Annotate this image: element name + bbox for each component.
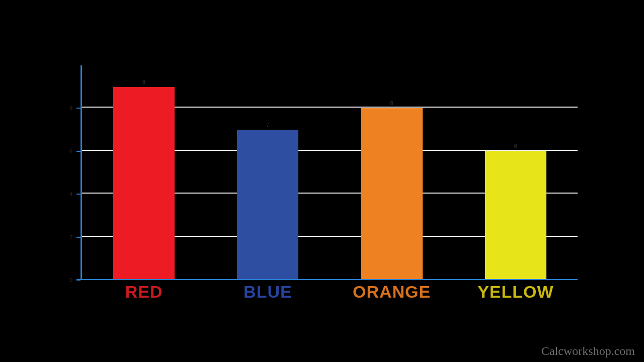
category-label: ORANGE [353,282,431,302]
y-tick-label: 2 [69,234,72,240]
bar-data-label: 6 [514,143,517,149]
y-tick-label: 6 [69,148,72,154]
bar-data-label: 7 [266,122,269,128]
bar-data-label: 9 [142,79,145,85]
y-tick-label: 0 [69,277,72,283]
y-tick-label: 4 [69,191,72,197]
y-tick-label: 8 [69,105,72,111]
bar-slot: 9RED [113,87,175,280]
bar-data-label: 8 [390,100,393,106]
bar [361,108,423,279]
bar [113,87,175,280]
x-axis [76,279,578,280]
bar [237,130,298,280]
y-tick-mark [76,151,80,152]
bar [485,151,546,279]
y-axis [80,65,82,280]
y-tick-mark [76,194,80,195]
category-label: YELLOW [477,282,553,302]
y-tick-mark [76,108,80,109]
watermark-text: Calcworkshop.com [541,344,635,358]
category-label: BLUE [244,282,292,302]
bar-slot: 6YELLOW [485,151,546,279]
y-tick-mark [76,237,80,238]
bar-chart: 9RED7BLUE8ORANGE6YELLOW 02468 [80,65,578,280]
bar-slot: 8ORANGE [361,108,423,279]
category-label: RED [125,282,163,302]
bars-container: 9RED7BLUE8ORANGE6YELLOW [82,65,578,279]
bar-slot: 7BLUE [237,130,298,280]
